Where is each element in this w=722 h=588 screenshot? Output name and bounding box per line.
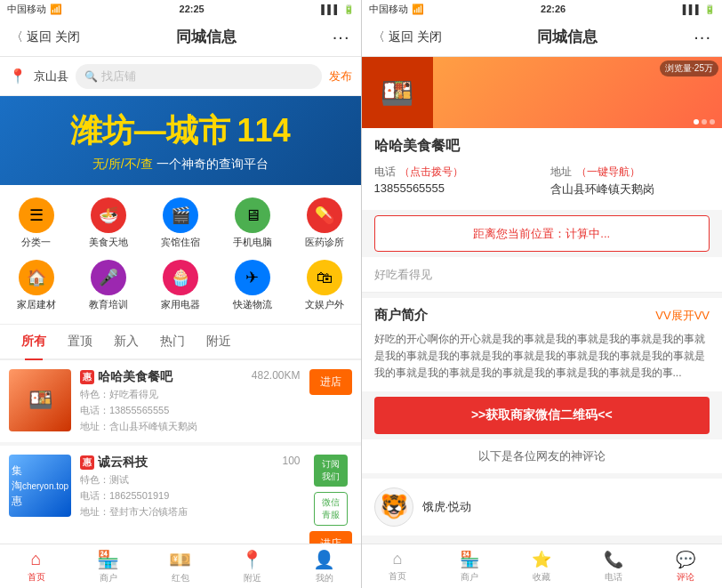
left-bottom-merchant[interactable]: 🏪 商户	[72, 549, 144, 584]
left-nav-back[interactable]: 〈 返回 关闭	[11, 29, 80, 45]
kuaidi-icon: ✈	[235, 260, 270, 295]
left-publish-btn[interactable]: 发布	[329, 68, 352, 85]
left-banner-number: 114	[237, 112, 291, 149]
left-status-left: 中国移动 📶	[7, 3, 62, 16]
left-tabs-bar: 所有 置顶 新入 热门 附近	[0, 325, 361, 360]
icon-shouji[interactable]: 🖥 手机电脑	[216, 192, 288, 254]
left-search-placeholder: 找店铺	[101, 68, 136, 85]
left-banner-city: 潍坊—城市	[70, 112, 230, 149]
right-scroll-area: 🍱 浏览量·25万 哈哈美食餐吧 电话 （点击拨号） 13855565555 地	[362, 57, 723, 544]
avatar-row: 🐯 饿虎·悦动	[362, 479, 723, 536]
list-item: 集淘惠cheryon.top 惠 诚云科技 100 特色：测试 电话：18625…	[0, 446, 361, 544]
right-collect-icon: ⭐	[532, 550, 551, 569]
comment-bar: 好吃看得见	[362, 257, 723, 293]
right-time: 22:26	[541, 4, 566, 14]
jiaju-icon: 🏠	[19, 260, 54, 295]
icon-jiaju[interactable]: 🏠 家居建材	[0, 254, 72, 317]
left-bottom-home[interactable]: ⌂ 首页	[0, 549, 72, 584]
tab-new[interactable]: 新入	[103, 325, 149, 358]
item2-wechat-btn[interactable]: 微信青服	[314, 492, 348, 526]
left-back-label[interactable]: 返回	[27, 29, 52, 45]
shouji-icon: 🖥	[235, 197, 270, 233]
address-action[interactable]: （一键导航）	[576, 165, 640, 178]
left-signal: ▌▌▌	[321, 4, 340, 14]
left-close-label[interactable]: 关闭	[55, 29, 80, 45]
left-battery-icon: 🔋	[343, 4, 354, 14]
left-icons-grid: ☰ 分类一 🍜 美食天地 🎬 宾馆住宿 🖥 手机电脑 💊 医药诊所 🏠 家居建材…	[0, 185, 361, 325]
icon-meishi[interactable]: 🍜 美食天地	[72, 192, 144, 254]
item2-feature: 特色：测试	[80, 473, 301, 487]
right-bottom-phone[interactable]: 📞 电话	[578, 550, 650, 584]
item2-subscribe-btn[interactable]: 订阅我们	[314, 455, 348, 487]
icon-jiaoyu[interactable]: 🎤 教育培训	[72, 254, 144, 317]
jiadian-label: 家用电器	[161, 298, 200, 311]
browse-badge: 浏览量·25万	[660, 60, 718, 77]
right-status-right: ▌▌▌ 🔋	[683, 4, 715, 14]
left-back-chevron: 〈	[11, 29, 23, 45]
icon-wenhua[interactable]: 🛍 文娱户外	[288, 254, 360, 317]
right-nav-more[interactable]: ···	[694, 27, 711, 47]
item2-right: 订阅我们 微信青服 进店	[309, 455, 352, 544]
left-nav-title: 同城信息	[176, 27, 237, 47]
item2-name-text: 诚云科技	[98, 455, 148, 471]
tab-hot[interactable]: 热门	[149, 325, 196, 358]
item1-thumb-inner: 🍱	[9, 369, 71, 431]
left-nav-bar: 〈 返回 关闭 同城信息 ···	[0, 18, 361, 57]
icon-fenlei[interactable]: ☰ 分类一	[0, 192, 72, 254]
icon-kuaidi[interactable]: ✈ 快递物流	[216, 254, 288, 317]
icon-binguan[interactable]: 🎬 宾馆住宿	[144, 192, 216, 254]
shouji-label: 手机电脑	[233, 236, 272, 249]
item1-thumbnail: 🍱	[9, 369, 71, 431]
right-nav-bar: 〈 返回 关闭 同城信息 ···	[362, 18, 723, 57]
right-status-bar: 中国移动 📶 22:26 ▌▌▌ 🔋	[362, 0, 723, 18]
right-home-icon: ⌂	[393, 550, 403, 568]
item2-name: 惠 诚云科技	[80, 455, 148, 471]
right-bottom-comment[interactable]: 💬 评论	[650, 550, 722, 584]
address-label: 地址	[550, 165, 572, 178]
jiaoyu-icon: 🎤	[91, 260, 126, 295]
icon-yiyao[interactable]: 💊 医药诊所	[288, 192, 360, 254]
tab-all[interactable]: 所有	[11, 325, 57, 358]
left-nav-more[interactable]: ···	[333, 27, 350, 47]
left-bottom-nav: ⌂ 首页 🏪 商户 💴 红包 📍 附近 👤 我的	[0, 544, 361, 588]
item1-right: 进店	[309, 369, 352, 395]
merchant-icon: 🏪	[97, 549, 119, 570]
left-list: 🍱 惠 哈哈美食餐吧 482.00KM 特色：好吃看得见 电话：13855565…	[0, 360, 361, 544]
left-search-input-wrap[interactable]: 🔍 找店铺	[76, 64, 322, 89]
right-wifi-icon: 📶	[412, 4, 424, 15]
tab-top[interactable]: 置顶	[57, 325, 103, 358]
item2-enter-btn[interactable]: 进店	[309, 531, 352, 544]
right-bottom-merchant[interactable]: 🏪 商户	[434, 550, 506, 584]
right-merchant-icon: 🏪	[460, 550, 479, 569]
mine-label: 我的	[316, 572, 333, 584]
right-back-label[interactable]: 返回	[389, 29, 413, 45]
left-location-label: 京山县	[34, 68, 68, 85]
phone-action[interactable]: （点击拨号）	[399, 165, 463, 178]
qr-btn[interactable]: >>获取商家微信二维码<<	[374, 397, 710, 434]
phone-col: 电话 （点击拨号） 13855565555	[374, 163, 533, 197]
right-bottom-collect[interactable]: ⭐ 收藏	[506, 550, 578, 584]
left-bottom-mine[interactable]: 👤 我的	[288, 549, 360, 584]
left-wifi-icon: 📶	[50, 4, 62, 15]
home-icon: ⌂	[31, 549, 42, 569]
meishi-icon: 🍜	[91, 197, 126, 233]
right-close-label[interactable]: 关闭	[417, 29, 442, 45]
icon-jiadian[interactable]: 🧁 家用电器	[144, 254, 216, 317]
nearby-icon: 📍	[241, 549, 263, 570]
jiaju-label: 家居建材	[17, 298, 56, 311]
item1-enter-btn[interactable]: 进店	[309, 369, 352, 395]
intro-title: 商户简介	[374, 307, 428, 324]
right-bottom-home[interactable]: ⌂ 首页	[362, 550, 434, 583]
item1-feature: 特色：好吃看得见	[80, 388, 301, 401]
left-bottom-hongbao[interactable]: 💴 红包	[144, 549, 216, 584]
kuaidi-label: 快递物流	[233, 298, 272, 311]
dot-1	[694, 119, 699, 125]
left-bottom-nearby[interactable]: 📍 附近	[216, 549, 288, 584]
tab-nearby[interactable]: 附近	[196, 325, 242, 358]
merchant-info: 哈哈美食餐吧 电话 （点击拨号） 13855565555 地址 （一键导航） 含…	[362, 128, 723, 215]
right-nav-back[interactable]: 〈 返回 关闭	[373, 29, 442, 45]
right-battery-icon: 🔋	[704, 4, 715, 14]
avatar: 🐯	[374, 487, 413, 527]
fenlei-icon: ☰	[19, 197, 54, 233]
intro-expand-btn[interactable]: VV展开VV	[655, 308, 710, 324]
